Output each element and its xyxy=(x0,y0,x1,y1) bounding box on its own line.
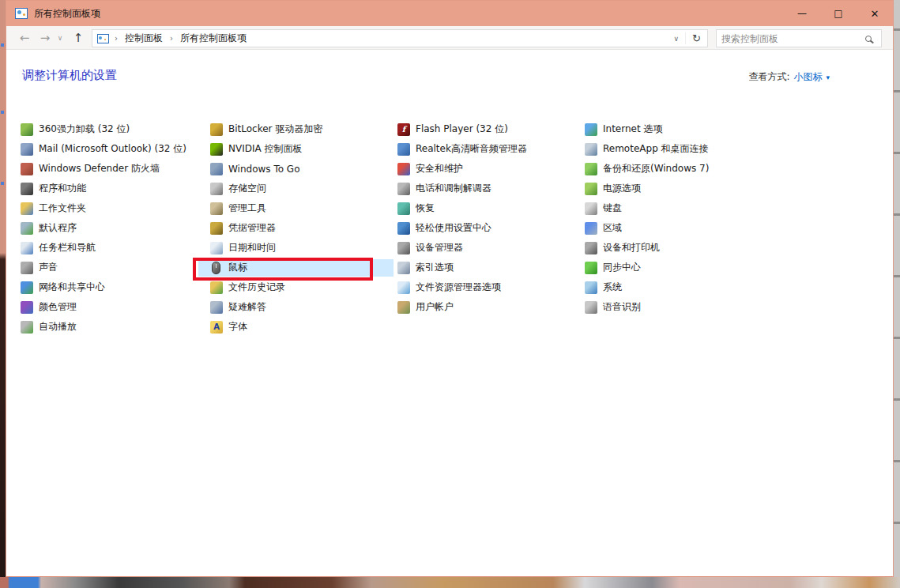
file-explorer-options-icon xyxy=(397,281,410,294)
flash-player-icon: f xyxy=(397,123,410,136)
item-troubleshooting[interactable]: 疑难解答 xyxy=(210,297,397,317)
item-taskbar-navigation[interactable]: 任务栏和导航 xyxy=(21,238,208,258)
item-remoteapp-desktop-connections[interactable]: RemoteApp 和桌面连接 xyxy=(585,139,772,159)
item-power-options[interactable]: 电源选项 xyxy=(585,179,772,198)
item-label: 电源选项 xyxy=(603,182,641,195)
programs-and-features-icon xyxy=(21,183,33,195)
devices-and-printers-icon xyxy=(585,242,597,254)
item-date-and-time[interactable]: 日期和时间 xyxy=(210,238,397,258)
background-window-sliver xyxy=(894,0,900,588)
item-sync-center[interactable]: 同步中心 xyxy=(585,258,772,277)
item-label: 任务栏和导航 xyxy=(39,241,96,254)
item-flash-player[interactable]: fFlash Player (32 位) xyxy=(397,119,585,139)
item-label: 声音 xyxy=(39,261,58,274)
item-label: 用户帐户 xyxy=(416,300,454,314)
item-label: 语音识别 xyxy=(603,300,641,314)
item-label: 工作文件夹 xyxy=(39,202,86,215)
desktop-wallpaper-strip xyxy=(0,577,900,588)
windows-defender-firewall-icon xyxy=(21,163,33,175)
item-recovery[interactable]: 恢复 xyxy=(397,198,585,218)
item-label: 键盘 xyxy=(603,202,622,215)
item-ease-of-access-center[interactable]: 轻松使用设置中心 xyxy=(397,218,585,238)
items-column-4: Internet 选项RemoteApp 和桌面连接备份和还原(Windows … xyxy=(585,119,772,317)
item-windows-defender-firewall[interactable]: Windows Defender 防火墙 xyxy=(21,159,208,179)
item-region[interactable]: 区域 xyxy=(585,218,772,238)
storage-spaces-icon xyxy=(210,183,223,195)
system-icon xyxy=(585,281,597,294)
work-folders-icon xyxy=(21,202,33,215)
item-label: Mail (Microsoft Outlook) (32 位) xyxy=(39,142,186,156)
file-history-icon xyxy=(210,281,223,294)
item-label: Internet 选项 xyxy=(603,122,662,136)
credential-manager-icon xyxy=(210,222,223,235)
item-phone-and-modem[interactable]: 电话和调制解调器 xyxy=(397,179,585,198)
region-icon xyxy=(585,222,597,235)
network-sharing-center-icon xyxy=(21,281,33,294)
item-windows-to-go[interactable]: Windows To Go xyxy=(210,159,397,179)
item-label: 360强力卸载 (32 位) xyxy=(39,122,130,136)
item-storage-spaces[interactable]: 存储空间 xyxy=(210,179,397,198)
mail-outlook-icon xyxy=(21,143,33,156)
item-administrative-tools[interactable]: 管理工具 xyxy=(210,198,397,218)
item-user-accounts[interactable]: 用户帐户 xyxy=(397,297,585,317)
sync-center-icon xyxy=(585,262,597,274)
recovery-icon xyxy=(397,202,410,215)
item-device-manager[interactable]: 设备管理器 xyxy=(397,238,585,258)
item-autoplay[interactable]: 自动播放 xyxy=(21,317,208,337)
item-nvidia-control-panel[interactable]: NVIDIA 控制面板 xyxy=(210,139,397,159)
item-realtek-audio[interactable]: Realtek高清晰音频管理器 xyxy=(397,139,585,159)
administrative-tools-icon xyxy=(210,202,223,215)
items-column-3: fFlash Player (32 位)Realtek高清晰音频管理器安全和维护… xyxy=(397,119,585,317)
desktop-icon-fragment xyxy=(1,182,4,185)
desktop-icon-fragment xyxy=(1,43,4,47)
item-file-explorer-options[interactable]: 文件资源管理器选项 xyxy=(397,277,585,297)
items-column-1: 360强力卸载 (32 位)Mail (Microsoft Outlook) (… xyxy=(21,119,208,337)
backup-and-restore-icon xyxy=(585,163,597,175)
item-backup-and-restore[interactable]: 备份和还原(Windows 7) xyxy=(585,159,772,179)
item-devices-and-printers[interactable]: 设备和打印机 xyxy=(585,238,772,258)
realtek-audio-icon xyxy=(397,143,410,156)
item-label: 区域 xyxy=(603,221,622,235)
item-internet-options[interactable]: Internet 选项 xyxy=(585,119,772,139)
item-security-maintenance[interactable]: 安全和维护 xyxy=(397,159,585,179)
desktop-left-sliver xyxy=(0,0,6,577)
internet-options-icon xyxy=(585,123,597,136)
item-default-programs[interactable]: 默认程序 xyxy=(21,218,208,238)
item-system[interactable]: 系统 xyxy=(585,277,772,297)
item-fonts[interactable]: A字体 xyxy=(210,317,397,337)
item-label: 轻松使用设置中心 xyxy=(416,221,491,235)
speech-recognition-icon xyxy=(585,301,597,314)
item-label: 恢复 xyxy=(416,202,435,215)
item-sound[interactable]: 声音 xyxy=(21,258,208,277)
item-speech-recognition[interactable]: 语音识别 xyxy=(585,297,772,317)
item-mail-outlook[interactable]: Mail (Microsoft Outlook) (32 位) xyxy=(21,139,208,159)
taskbar-navigation-icon xyxy=(21,242,33,254)
user-accounts-icon xyxy=(397,301,410,314)
device-manager-icon xyxy=(397,242,410,254)
item-indexing-options[interactable]: 索引选项 xyxy=(397,258,585,277)
item-label: 颜色管理 xyxy=(39,300,77,314)
item-network-sharing-center[interactable]: 网络和共享中心 xyxy=(21,277,208,297)
item-label: 电话和调制解调器 xyxy=(416,182,491,195)
items-grid: 360强力卸载 (32 位)Mail (Microsoft Outlook) (… xyxy=(6,1,893,576)
autoplay-icon xyxy=(21,321,33,334)
item-credential-manager[interactable]: 凭据管理器 xyxy=(210,218,397,238)
item-label: Windows To Go xyxy=(228,164,299,175)
item-label: 系统 xyxy=(603,281,622,294)
item-color-management[interactable]: 颜色管理 xyxy=(21,297,208,317)
item-label: BitLocker 驱动器加密 xyxy=(228,122,322,136)
security-maintenance-icon xyxy=(397,163,410,175)
annotation-red-box xyxy=(193,258,373,281)
item-label: 文件历史记录 xyxy=(228,281,285,294)
remoteapp-desktop-connections-icon xyxy=(585,143,597,156)
item-keyboard[interactable]: 键盘 xyxy=(585,198,772,218)
fonts-icon: A xyxy=(210,321,223,334)
item-label: 日期和时间 xyxy=(228,241,276,254)
item-work-folders[interactable]: 工作文件夹 xyxy=(21,198,208,218)
item-label: 设备和打印机 xyxy=(603,241,660,254)
sound-icon xyxy=(21,262,33,274)
item-bitlocker[interactable]: BitLocker 驱动器加密 xyxy=(210,119,397,139)
item-programs-and-features[interactable]: 程序和功能 xyxy=(21,179,208,198)
item-uninstall-360[interactable]: 360强力卸载 (32 位) xyxy=(21,119,208,139)
item-label: 文件资源管理器选项 xyxy=(416,281,501,294)
